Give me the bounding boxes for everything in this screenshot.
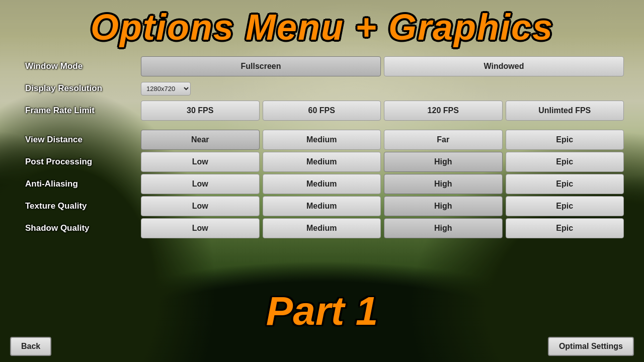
tq-medium-button[interactable]: Medium	[263, 196, 381, 216]
texture-quality-row: Texture Quality Low Medium High Epic	[20, 196, 624, 216]
view-distance-controls: Near Medium Far Epic	[141, 130, 624, 150]
fps-unlimited-button[interactable]: Unlimted FPS	[506, 101, 624, 121]
view-far-button[interactable]: Far	[384, 130, 503, 150]
fps-30-button[interactable]: 30 FPS	[141, 101, 260, 121]
frame-rate-controls: 30 FPS 60 FPS 120 FPS Unlimted FPS	[141, 101, 624, 121]
display-resolution-label: Display Resolution	[20, 83, 141, 94]
tq-high-button[interactable]: High	[384, 196, 503, 216]
anti-aliasing-controls: Low Medium High Epic	[141, 174, 624, 194]
shadow-quality-controls: Low Medium High Epic	[141, 218, 624, 238]
view-epic-button[interactable]: Epic	[506, 130, 624, 150]
pp-low-button[interactable]: Low	[141, 152, 260, 172]
window-mode-controls: Fullscreen Windowed	[141, 56, 624, 76]
back-button[interactable]: Back	[10, 337, 51, 356]
window-mode-label: Window Mode	[20, 61, 141, 71]
view-distance-label: View Distance	[20, 135, 141, 145]
optimal-settings-button[interactable]: Optimal Settings	[548, 337, 634, 356]
tq-low-button[interactable]: Low	[141, 196, 260, 216]
view-medium-button[interactable]: Medium	[263, 130, 381, 150]
aa-epic-button[interactable]: Epic	[506, 174, 624, 194]
texture-quality-controls: Low Medium High Epic	[141, 196, 624, 216]
pp-medium-button[interactable]: Medium	[263, 152, 381, 172]
fps-60-button[interactable]: 60 FPS	[263, 101, 381, 121]
display-resolution-controls: 644x362 1920x1080 2560x1440	[141, 82, 191, 96]
anti-aliasing-label: Anti-Aliasing	[20, 179, 141, 189]
resolution-dropdown[interactable]: 644x362 1920x1080 2560x1440	[141, 82, 191, 96]
sq-medium-button[interactable]: Medium	[263, 218, 381, 238]
divider-1	[20, 123, 624, 130]
part-label: Part 1	[266, 288, 378, 334]
frame-rate-label: Frame Rate Limit	[20, 106, 141, 116]
post-processing-label: Post Processing	[20, 157, 141, 167]
anti-aliasing-row: Anti-Aliasing Low Medium High Epic	[20, 174, 624, 194]
bottom-bar: Back Optimal Settings	[0, 337, 644, 356]
sq-high-button[interactable]: High	[384, 218, 503, 238]
windowed-button[interactable]: Windowed	[384, 56, 624, 76]
sq-low-button[interactable]: Low	[141, 218, 260, 238]
pp-epic-button[interactable]: Epic	[506, 152, 624, 172]
window-mode-row: Window Mode Fullscreen Windowed	[20, 56, 624, 76]
display-resolution-row: Display Resolution 644x362 1920x1080 25…	[20, 78, 624, 99]
sq-epic-button[interactable]: Epic	[506, 218, 624, 238]
shadow-quality-row: Shadow Quality Low Medium High Epic	[20, 218, 624, 238]
fullscreen-button[interactable]: Fullscreen	[141, 56, 381, 76]
view-near-button[interactable]: Near	[141, 130, 260, 150]
fps-120-button[interactable]: 120 FPS	[384, 101, 503, 121]
view-distance-row: View Distance Near Medium Far Epic	[20, 130, 624, 150]
post-processing-controls: Low Medium High Epic	[141, 152, 624, 172]
shadow-quality-label: Shadow Quality	[20, 223, 141, 233]
page-title: Options Menu + Graphics	[91, 9, 553, 45]
aa-low-button[interactable]: Low	[141, 174, 260, 194]
post-processing-row: Post Processing Low Medium High Epic	[20, 152, 624, 172]
frame-rate-row: Frame Rate Limit 30 FPS 60 FPS 120 FPS U…	[20, 101, 624, 121]
pp-high-button[interactable]: High	[384, 152, 503, 172]
aa-high-button[interactable]: High	[384, 174, 503, 194]
aa-medium-button[interactable]: Medium	[263, 174, 381, 194]
tq-epic-button[interactable]: Epic	[506, 196, 624, 216]
settings-panel: Window Mode Fullscreen Windowed Display …	[20, 56, 624, 240]
texture-quality-label: Texture Quality	[20, 201, 141, 211]
